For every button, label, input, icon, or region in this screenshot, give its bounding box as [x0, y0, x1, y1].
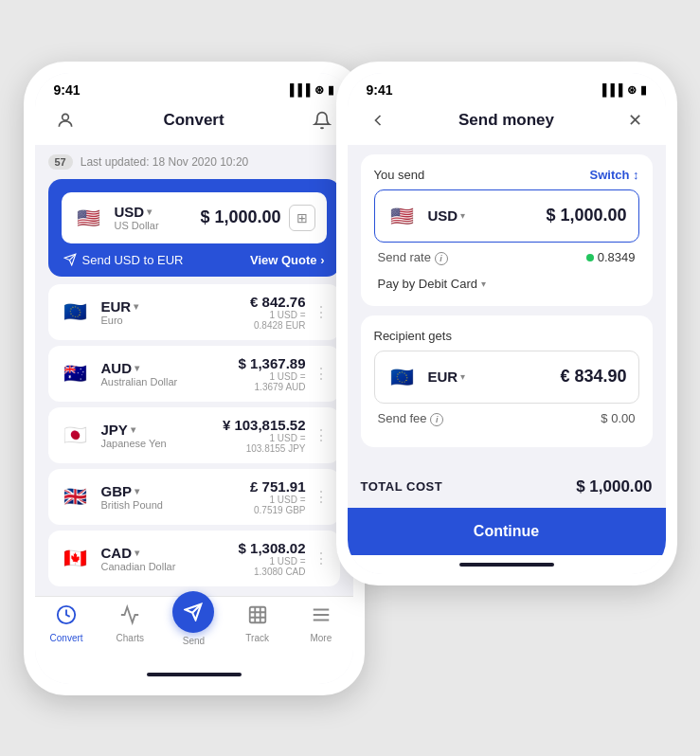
- more-dots-icon[interactable]: ⋮: [314, 303, 329, 321]
- tab-charts[interactable]: Charts: [104, 604, 156, 646]
- list-item[interactable]: 🇬🇧 GBP ▾ British Pound £: [48, 469, 340, 525]
- jpy-code: JPY ▾: [101, 422, 167, 438]
- eur-flag: 🇪🇺: [60, 296, 92, 328]
- gbp-left: 🇬🇧 GBP ▾ British Pound: [60, 480, 163, 513]
- cad-rate-text: 1 USD = 1.3080 CAD: [239, 556, 306, 577]
- status-icons-2: ▐▐▐ ⊛ ▮: [599, 83, 647, 97]
- eur-right: € 842.76 1 USD = 0.8428 EUR ⋮: [250, 294, 328, 331]
- eur-rate-text: 1 USD = 0.8428 EUR: [250, 310, 305, 331]
- gbp-rate: £ 751.91 1 USD = 0.7519 GBP: [250, 478, 305, 515]
- eur-rate: € 842.76 1 USD = 0.8428 EUR: [250, 294, 305, 331]
- bell-icon[interactable]: [309, 107, 335, 134]
- from-currency-code: USD: [428, 207, 458, 224]
- jpy-name: Japanese Yen: [101, 438, 167, 449]
- fee-info-icon[interactable]: i: [430, 413, 443, 426]
- chevron-down-icon: ▾: [147, 207, 152, 217]
- from-flag: 🇺🇸: [386, 200, 419, 232]
- to-currency-selector[interactable]: EUR ▾: [428, 369, 466, 385]
- send-screen-content: You send Switch ↕ 🇺🇸 USD ▾: [348, 145, 666, 466]
- info-icon[interactable]: i: [435, 252, 448, 265]
- eur-amount: € 842.76: [250, 294, 305, 310]
- cad-rate: $ 1,308.02 1 USD = 1.3080 CAD: [239, 540, 306, 577]
- more-dots-icon[interactable]: ⋮: [314, 365, 329, 383]
- chevron-icon: ▾: [134, 301, 138, 312]
- more-dots-icon[interactable]: ⋮: [314, 426, 329, 444]
- you-send-label: You send: [374, 168, 425, 182]
- home-bar: [147, 673, 242, 676]
- signal-icon-2: ▐▐▐: [599, 83, 623, 97]
- jpy-right: ¥ 103,815.52 1 USD = 103.8155 JPY ⋮: [223, 417, 329, 454]
- more-tab-label: More: [310, 633, 332, 643]
- pay-by-label: Pay by Debit Card: [378, 277, 478, 291]
- gbp-name: British Pound: [101, 499, 163, 511]
- battery-icon: ▮: [328, 83, 334, 97]
- more-dots-icon[interactable]: ⋮: [314, 488, 329, 506]
- list-item[interactable]: 🇪🇺 EUR ▾ Euro € 842.76: [48, 284, 340, 340]
- recipient-gets-card: Recipient gets 🇪🇺 EUR ▾ € 834.90: [361, 315, 653, 447]
- tab-track[interactable]: Track: [231, 604, 283, 646]
- cad-left: 🇨🇦 CAD ▾ Canadian Dollar: [60, 542, 176, 574]
- eur-code: EUR ▾: [101, 298, 139, 315]
- chevron-icon: ▾: [131, 424, 135, 435]
- gbp-code: GBP ▾: [101, 483, 163, 499]
- list-item[interactable]: 🇦🇺 AUD ▾ Australian Dollar: [48, 346, 340, 402]
- to-currency-row[interactable]: 🇪🇺 EUR ▾ € 834.90: [374, 351, 639, 404]
- update-bar: 57 Last updated: 18 Nov 2020 10:20: [48, 154, 340, 170]
- phone-convert: 9:41 ▐▐▐ ⊛ ▮ Convert: [24, 62, 365, 695]
- home-bar-2: [459, 563, 554, 567]
- from-currency-selector[interactable]: USD ▾: [428, 207, 466, 224]
- to-currency-left: 🇪🇺 EUR ▾: [386, 361, 466, 393]
- cad-name: Canadian Dollar: [101, 561, 176, 572]
- pay-by-row[interactable]: Pay by Debit Card ▾: [374, 273, 639, 293]
- calculator-icon[interactable]: ⊞: [289, 205, 315, 231]
- tab-more[interactable]: More: [295, 604, 347, 646]
- green-dot-indicator: [586, 254, 594, 261]
- from-currency-row[interactable]: 🇺🇸 USD ▾ $ 1,000.00: [374, 189, 639, 243]
- view-quote-btn[interactable]: View Quote ›: [250, 253, 325, 267]
- send-usd-eur[interactable]: Send USD to EUR: [63, 253, 184, 267]
- jpy-info: JPY ▾ Japanese Yen: [101, 422, 167, 449]
- main-card-bottom: Send USD to EUR View Quote ›: [62, 243, 327, 277]
- send-rate-value: 0.8349: [586, 250, 636, 264]
- usd-amount: $ 1,000.00: [200, 207, 280, 227]
- charts-icon: [119, 604, 140, 630]
- aud-right: $ 1,367.89 1 USD = 1.3679 AUD ⋮: [239, 355, 329, 392]
- close-icon[interactable]: ✕: [622, 107, 649, 134]
- total-cost-label: TOTAL COST: [361, 479, 443, 494]
- cad-info: CAD ▾ Canadian Dollar: [101, 545, 176, 572]
- user-icon[interactable]: [52, 107, 79, 134]
- wifi-icon: ⊛: [314, 83, 324, 97]
- from-chevron-icon: ▾: [460, 210, 465, 221]
- eur-left: 🇪🇺 EUR ▾ Euro: [60, 296, 139, 328]
- aud-rate: $ 1,367.89 1 USD = 1.3679 AUD: [239, 355, 306, 392]
- status-time-2: 9:41: [367, 82, 393, 98]
- main-currency-card: 🇺🇸 USD ▾ US Dollar $ 1,000.00: [48, 179, 340, 277]
- svg-rect-6: [249, 606, 265, 622]
- screen-content: 57 Last updated: 18 Nov 2020 10:20 🇺🇸 US…: [35, 145, 353, 596]
- cad-code: CAD ▾: [101, 545, 176, 561]
- gbp-amount: £ 751.91: [250, 478, 305, 495]
- list-item[interactable]: 🇯🇵 JPY ▾ Japanese Yen ¥ 1: [48, 407, 340, 463]
- usd-code[interactable]: USD ▾: [115, 204, 159, 220]
- more-dots-icon[interactable]: ⋮: [314, 549, 329, 567]
- aud-left: 🇦🇺 AUD ▾ Australian Dollar: [60, 357, 178, 389]
- switch-button[interactable]: Switch ↕: [589, 168, 638, 182]
- aud-flag: 🇦🇺: [60, 357, 92, 389]
- continue-button[interactable]: Continue: [348, 508, 666, 555]
- page-title: Convert: [163, 111, 224, 130]
- charts-tab-label: Charts: [117, 633, 144, 643]
- cad-flag: 🇨🇦: [60, 542, 92, 574]
- send-page-title: Send money: [458, 111, 554, 130]
- currency-left: 🇺🇸 USD ▾ US Dollar: [73, 202, 159, 234]
- main-card-top: 🇺🇸 USD ▾ US Dollar $ 1,000.00: [62, 192, 327, 243]
- total-cost-amount: $ 1,000.00: [576, 477, 652, 496]
- list-item[interactable]: 🇨🇦 CAD ▾ Canadian Dollar: [48, 531, 340, 586]
- back-icon[interactable]: [365, 107, 391, 134]
- send-fab-button[interactable]: [172, 591, 214, 633]
- cad-right: $ 1,308.02 1 USD = 1.3080 CAD ⋮: [239, 540, 329, 577]
- tab-convert[interactable]: Convert: [41, 604, 93, 646]
- tab-send[interactable]: Send: [168, 604, 220, 646]
- gbp-right: £ 751.91 1 USD = 0.7519 GBP ⋮: [250, 478, 328, 515]
- jpy-rate: ¥ 103,815.52 1 USD = 103.8155 JPY: [223, 417, 306, 454]
- you-send-card: You send Switch ↕ 🇺🇸 USD ▾: [361, 154, 653, 306]
